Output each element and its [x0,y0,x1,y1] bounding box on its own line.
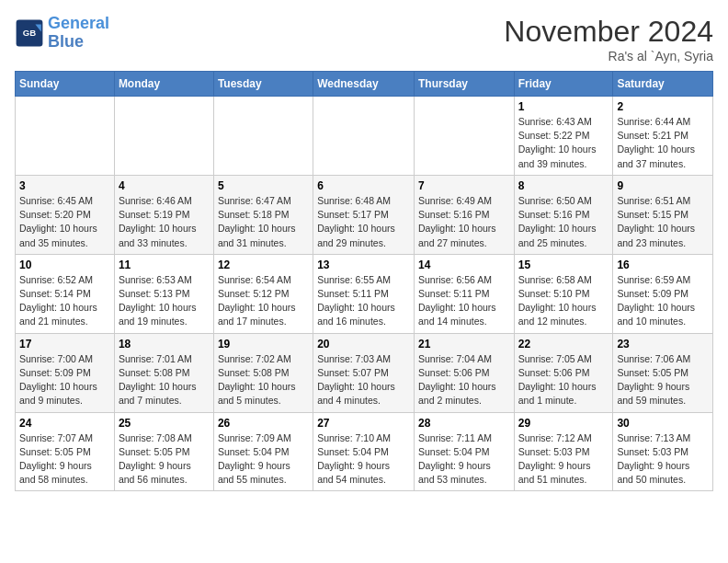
calendar-cell: 21Sunrise: 7:04 AM Sunset: 5:06 PM Dayli… [414,333,514,412]
calendar-cell: 10Sunrise: 6:52 AM Sunset: 5:14 PM Dayli… [16,254,115,333]
calendar-cell: 29Sunrise: 7:12 AM Sunset: 5:03 PM Dayli… [514,412,613,491]
day-info: Sunrise: 7:11 AM Sunset: 5:04 PM Dayligh… [418,431,510,488]
calendar-cell: 14Sunrise: 6:56 AM Sunset: 5:11 PM Dayli… [414,254,514,333]
day-number: 28 [418,417,510,430]
calendar-cell: 15Sunrise: 6:58 AM Sunset: 5:10 PM Dayli… [514,254,613,333]
calendar-cell: 20Sunrise: 7:03 AM Sunset: 5:07 PM Dayli… [313,333,415,412]
day-info: Sunrise: 6:46 AM Sunset: 5:19 PM Dayligh… [119,194,210,250]
day-number: 19 [218,338,309,350]
day-number: 20 [317,338,410,350]
calendar-week-3: 10Sunrise: 6:52 AM Sunset: 5:14 PM Dayli… [16,254,713,333]
calendar-header-row: SundayMondayTuesdayWednesdayThursdayFrid… [16,72,713,97]
day-info: Sunrise: 6:51 AM Sunset: 5:15 PM Dayligh… [617,194,709,250]
logo-text-line1: General Blue [48,15,109,52]
day-number: 3 [19,179,110,192]
column-header-friday: Friday [514,72,613,97]
day-info: Sunrise: 6:56 AM Sunset: 5:11 PM Dayligh… [418,273,510,329]
day-number: 9 [617,179,709,192]
calendar-cell: 24Sunrise: 7:07 AM Sunset: 5:05 PM Dayli… [16,412,115,491]
day-info: Sunrise: 6:52 AM Sunset: 5:14 PM Dayligh… [19,273,110,329]
calendar-cell [414,97,514,176]
day-number: 1 [518,100,609,113]
calendar-cell: 28Sunrise: 7:11 AM Sunset: 5:04 PM Dayli… [414,412,514,491]
calendar-table: SundayMondayTuesdayWednesdayThursdayFrid… [15,71,713,491]
day-info: Sunrise: 6:49 AM Sunset: 5:16 PM Dayligh… [418,194,510,250]
day-number: 23 [617,338,709,350]
page-header: GB General Blue November 2024 Ra's al `A… [15,15,713,63]
calendar-cell: 12Sunrise: 6:54 AM Sunset: 5:12 PM Dayli… [213,254,313,333]
calendar-cell: 30Sunrise: 7:13 AM Sunset: 5:03 PM Dayli… [613,412,713,491]
day-number: 7 [418,179,510,192]
calendar-cell: 9Sunrise: 6:51 AM Sunset: 5:15 PM Daylig… [613,175,713,254]
calendar-cell: 7Sunrise: 6:49 AM Sunset: 5:16 PM Daylig… [414,175,514,254]
day-number: 5 [218,179,309,192]
column-header-sunday: Sunday [16,72,115,97]
day-info: Sunrise: 7:10 AM Sunset: 5:04 PM Dayligh… [317,431,410,488]
day-number: 4 [119,179,210,192]
day-number: 26 [218,417,309,430]
calendar-cell [16,97,115,176]
calendar-cell: 23Sunrise: 7:06 AM Sunset: 5:05 PM Dayli… [613,333,713,412]
calendar-cell: 2Sunrise: 6:44 AM Sunset: 5:21 PM Daylig… [613,97,713,176]
day-info: Sunrise: 7:06 AM Sunset: 5:05 PM Dayligh… [617,352,709,408]
day-number: 16 [617,259,709,271]
day-number: 22 [518,338,609,350]
calendar-week-5: 24Sunrise: 7:07 AM Sunset: 5:05 PM Dayli… [16,412,713,491]
calendar-cell: 5Sunrise: 6:47 AM Sunset: 5:18 PM Daylig… [213,175,313,254]
location: Ra's al `Ayn, Syria [504,49,713,63]
svg-text:GB: GB [23,28,36,38]
calendar-cell: 1Sunrise: 6:43 AM Sunset: 5:22 PM Daylig… [514,97,613,176]
day-info: Sunrise: 6:50 AM Sunset: 5:16 PM Dayligh… [518,194,609,250]
day-info: Sunrise: 6:54 AM Sunset: 5:12 PM Dayligh… [218,273,309,329]
day-number: 10 [19,259,110,271]
day-number: 27 [317,417,410,430]
calendar-cell: 11Sunrise: 6:53 AM Sunset: 5:13 PM Dayli… [114,254,213,333]
day-number: 11 [119,259,210,271]
day-info: Sunrise: 6:45 AM Sunset: 5:20 PM Dayligh… [19,194,110,250]
day-info: Sunrise: 6:59 AM Sunset: 5:09 PM Dayligh… [617,273,709,329]
title-block: November 2024 Ra's al `Ayn, Syria [504,15,713,63]
calendar-week-4: 17Sunrise: 7:00 AM Sunset: 5:09 PM Dayli… [16,333,713,412]
calendar-cell: 13Sunrise: 6:55 AM Sunset: 5:11 PM Dayli… [313,254,415,333]
day-number: 13 [317,259,410,271]
day-info: Sunrise: 6:43 AM Sunset: 5:22 PM Dayligh… [518,115,609,171]
day-number: 24 [19,417,110,430]
calendar-week-2: 3Sunrise: 6:45 AM Sunset: 5:20 PM Daylig… [16,175,713,254]
day-info: Sunrise: 6:58 AM Sunset: 5:10 PM Dayligh… [518,273,609,329]
day-info: Sunrise: 7:08 AM Sunset: 5:05 PM Dayligh… [119,431,210,488]
calendar-cell: 18Sunrise: 7:01 AM Sunset: 5:08 PM Dayli… [114,333,213,412]
calendar-cell: 16Sunrise: 6:59 AM Sunset: 5:09 PM Dayli… [613,254,713,333]
column-header-tuesday: Tuesday [213,72,313,97]
day-info: Sunrise: 6:44 AM Sunset: 5:21 PM Dayligh… [617,115,709,171]
day-info: Sunrise: 7:00 AM Sunset: 5:09 PM Dayligh… [19,352,110,408]
calendar-cell: 25Sunrise: 7:08 AM Sunset: 5:05 PM Dayli… [114,412,213,491]
calendar-cell: 6Sunrise: 6:48 AM Sunset: 5:17 PM Daylig… [313,175,415,254]
day-info: Sunrise: 7:07 AM Sunset: 5:05 PM Dayligh… [19,431,110,488]
day-info: Sunrise: 7:05 AM Sunset: 5:06 PM Dayligh… [518,352,609,408]
day-number: 12 [218,259,309,271]
calendar-cell: 8Sunrise: 6:50 AM Sunset: 5:16 PM Daylig… [514,175,613,254]
day-info: Sunrise: 6:53 AM Sunset: 5:13 PM Dayligh… [119,273,210,329]
day-info: Sunrise: 7:09 AM Sunset: 5:04 PM Dayligh… [218,431,309,488]
day-number: 17 [19,338,110,350]
day-number: 21 [418,338,510,350]
column-header-saturday: Saturday [613,72,713,97]
calendar-cell: 4Sunrise: 6:46 AM Sunset: 5:19 PM Daylig… [114,175,213,254]
day-number: 8 [518,179,609,192]
column-header-monday: Monday [114,72,213,97]
calendar-cell: 3Sunrise: 6:45 AM Sunset: 5:20 PM Daylig… [16,175,115,254]
calendar-cell: 22Sunrise: 7:05 AM Sunset: 5:06 PM Dayli… [514,333,613,412]
calendar-cell [114,97,213,176]
column-header-wednesday: Wednesday [313,72,415,97]
day-info: Sunrise: 7:04 AM Sunset: 5:06 PM Dayligh… [418,352,510,408]
day-number: 30 [617,417,709,430]
day-number: 15 [518,259,609,271]
day-number: 29 [518,417,609,430]
calendar-cell: 27Sunrise: 7:10 AM Sunset: 5:04 PM Dayli… [313,412,415,491]
day-number: 14 [418,259,510,271]
calendar-week-1: 1Sunrise: 6:43 AM Sunset: 5:22 PM Daylig… [16,97,713,176]
calendar-cell [213,97,313,176]
logo: GB General Blue [15,15,109,52]
day-info: Sunrise: 6:48 AM Sunset: 5:17 PM Dayligh… [317,194,410,250]
calendar-cell: 19Sunrise: 7:02 AM Sunset: 5:08 PM Dayli… [213,333,313,412]
